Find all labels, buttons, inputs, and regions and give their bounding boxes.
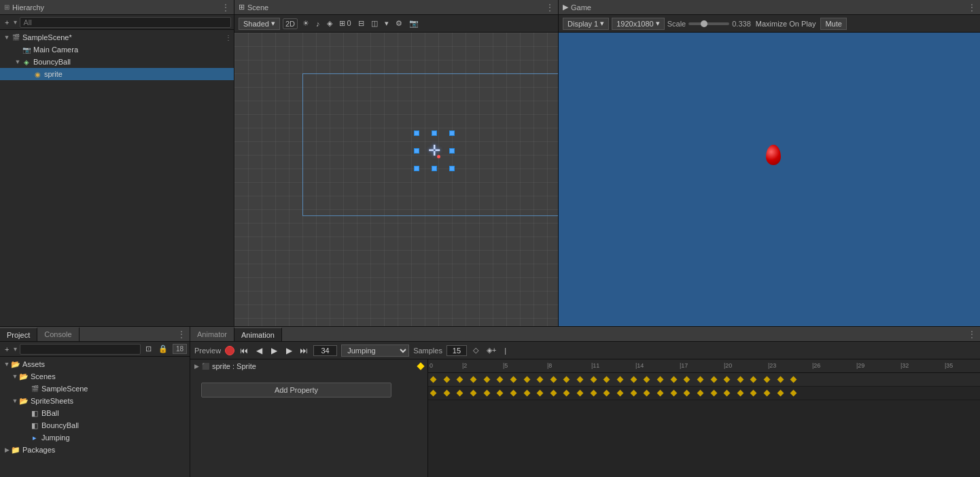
- clip-dropdown[interactable]: Jumping: [341, 344, 409, 357]
- keyframe-diamond[interactable]: [764, 390, 771, 397]
- scene-snap-btn[interactable]: ◫: [369, 18, 380, 29]
- prev-frame-btn[interactable]: ◀: [253, 345, 264, 356]
- keyframe-diamond[interactable]: [470, 390, 476, 397]
- next-frame-btn[interactable]: ▶: [283, 345, 294, 356]
- keyframe-diamond[interactable]: [510, 376, 517, 383]
- skip-to-start-btn[interactable]: ⏮: [239, 345, 249, 356]
- handle-bottom-mid[interactable]: [432, 166, 437, 171]
- keyframe-diamond[interactable]: [750, 390, 757, 397]
- tree-item-packages[interactable]: ▶ 📁 Packages: [0, 444, 190, 456]
- keyframe-diamond[interactable]: [483, 390, 490, 397]
- keyframe-diamond[interactable]: [430, 390, 437, 397]
- curves-btn[interactable]: |: [502, 346, 508, 355]
- handle-bottom-right[interactable]: [449, 166, 455, 171]
- scene-object[interactable]: ✛: [417, 133, 452, 169]
- resolution-dropdown[interactable]: 1920x1080 ▾: [612, 18, 664, 30]
- keyframe-diamond[interactable]: [550, 390, 557, 397]
- tree-item-bouncy-ball[interactable]: ▼ ◈ BouncyBall: [0, 56, 234, 68]
- animation-menu-icon[interactable]: ⋮: [968, 330, 980, 339]
- keyframe-diamond[interactable]: [697, 390, 703, 397]
- keyframe-diamond[interactable]: [670, 390, 677, 397]
- keyframe-diamond[interactable]: [483, 376, 490, 383]
- scene-more-btn[interactable]: ▾: [383, 18, 391, 29]
- keyframe-diamond[interactable]: [590, 376, 597, 383]
- samples-input[interactable]: [447, 345, 467, 356]
- handle-mid-left[interactable]: [414, 148, 419, 154]
- tree-item-spritesheets[interactable]: ▼ 📂 SpriteSheets: [0, 395, 190, 407]
- handle-top-left[interactable]: [414, 130, 419, 136]
- keyframe-diamond[interactable]: [617, 390, 624, 397]
- project-lock-btn[interactable]: 🔒: [156, 344, 170, 354]
- keyframe-diamond[interactable]: [510, 390, 517, 397]
- keyframe-diamond[interactable]: [777, 390, 784, 397]
- record-btn[interactable]: [225, 346, 234, 355]
- keyframe-diamond[interactable]: [657, 376, 663, 383]
- scene-effects-btn[interactable]: ◈: [325, 18, 334, 29]
- handle-top-mid[interactable]: [432, 130, 437, 136]
- keyframe-diamond[interactable]: [497, 376, 504, 383]
- play-btn[interactable]: ▶: [268, 345, 279, 356]
- keyframe-diamond[interactable]: [577, 376, 584, 383]
- keyframe-diamond[interactable]: [603, 390, 610, 397]
- hierarchy-add-btn[interactable]: +: [3, 18, 11, 27]
- keyframe-diamond[interactable]: [657, 390, 663, 397]
- tab-animation[interactable]: Animation: [234, 328, 282, 341]
- keyframe-diamond[interactable]: [523, 376, 530, 383]
- handle-bottom-left[interactable]: [414, 166, 419, 171]
- keyframe-diamond[interactable]: [644, 390, 650, 397]
- game-menu-icon[interactable]: ⋮: [968, 3, 976, 12]
- tree-item-sample-scene[interactable]: 🎬 SampleScene: [0, 383, 190, 395]
- tab-animator[interactable]: Animator: [190, 328, 234, 341]
- display-dropdown[interactable]: Display 1 ▾: [563, 18, 609, 30]
- keyframe-diamond[interactable]: [710, 376, 717, 383]
- scene-camera-btn[interactable]: 📷: [407, 18, 421, 29]
- keyframe-diamond[interactable]: [790, 376, 797, 383]
- handle-top-right[interactable]: [449, 130, 455, 136]
- scene-audio-btn[interactable]: ♪: [314, 19, 322, 29]
- keyframe-diamond[interactable]: [684, 376, 690, 383]
- keyframe-diamond[interactable]: [443, 390, 450, 397]
- keyframe-diamond[interactable]: [684, 390, 690, 397]
- keyframe-diamond[interactable]: [630, 376, 637, 383]
- shade-mode-dropdown[interactable]: Shaded ▾: [239, 18, 280, 30]
- tab-console[interactable]: Console: [37, 328, 79, 341]
- keyframe-diamond[interactable]: [443, 376, 450, 383]
- tree-item-assets[interactable]: ▼ 📂 Assets: [0, 358, 190, 370]
- keyframe-diamond[interactable]: [737, 390, 743, 397]
- project-menu-icon[interactable]: ⋮: [177, 330, 190, 339]
- keyframe-diamond[interactable]: [724, 390, 731, 397]
- tree-item-scenes[interactable]: ▼ 📂 Scenes: [0, 370, 190, 383]
- keyframe-diamond[interactable]: [710, 390, 717, 397]
- scale-slider[interactable]: [688, 22, 729, 25]
- record-keyframe-btn[interactable]: ◈+: [485, 345, 498, 355]
- tree-item-jumping[interactable]: ▸ Jumping: [0, 431, 190, 444]
- scene-grid-btn[interactable]: ⊟: [356, 18, 366, 29]
- hierarchy-menu-icon[interactable]: ⋮: [222, 3, 230, 12]
- keyframe-diamond[interactable]: [457, 376, 463, 383]
- keyframe-diamond[interactable]: [697, 376, 703, 383]
- keyframe-diamond[interactable]: [457, 390, 463, 397]
- keyframe-diamond[interactable]: [764, 376, 771, 383]
- add-property-btn[interactable]: Add Property: [201, 383, 391, 398]
- keyframe-diamond[interactable]: [724, 376, 731, 383]
- keyframe-diamond[interactable]: [430, 376, 437, 383]
- scene-menu-btn[interactable]: ⋮: [223, 34, 234, 41]
- project-search[interactable]: [20, 344, 140, 355]
- keyframe-diamond[interactable]: [497, 390, 504, 397]
- tab-project[interactable]: Project: [0, 328, 37, 341]
- scene-settings-btn[interactable]: ⚙: [393, 18, 404, 29]
- keyframe-diamond[interactable]: [537, 376, 544, 383]
- keyframe-diamond[interactable]: [537, 390, 544, 397]
- scene-lighting-btn[interactable]: ☀: [300, 18, 311, 29]
- maximize-on-play-btn[interactable]: Maximize On Play: [754, 19, 818, 29]
- keyframe-diamond[interactable]: [563, 376, 570, 383]
- keyframe-diamond[interactable]: [563, 390, 570, 397]
- handle-mid-right[interactable]: [449, 148, 455, 154]
- project-filter-btn[interactable]: ⊡: [143, 344, 154, 354]
- keyframe-diamond[interactable]: [777, 376, 784, 383]
- mute-btn[interactable]: Mute: [820, 18, 846, 30]
- tree-item-scene[interactable]: ▼ SampleScene* ⋮: [0, 31, 234, 43]
- frame-input[interactable]: [313, 345, 337, 356]
- property-sprite-row[interactable]: ▶ ⬛ sprite : Sprite: [190, 359, 427, 373]
- keyframe-diamond[interactable]: [470, 376, 476, 383]
